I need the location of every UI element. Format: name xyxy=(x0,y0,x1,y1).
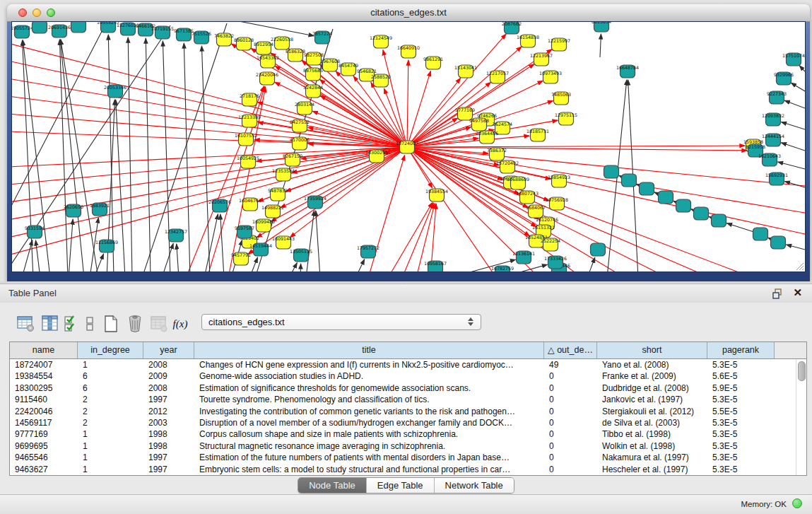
edge-black[interactable] xyxy=(162,243,173,272)
table-row[interactable]: 946362711997Embryonic stem cells: a mode… xyxy=(10,464,806,475)
graph-node[interactable] xyxy=(771,236,786,249)
graph-node[interactable] xyxy=(71,22,86,33)
graph-node[interactable]: 11156869 xyxy=(95,240,118,252)
table-row[interactable]: 969969511998Structural magnetic resonanc… xyxy=(10,440,806,452)
graph-node[interactable]: 2803144 xyxy=(295,102,314,115)
graph-node[interactable] xyxy=(676,199,691,212)
edge-black[interactable] xyxy=(600,34,601,57)
edge-black[interactable] xyxy=(177,244,179,272)
graph-node[interactable]: 12342757 xyxy=(165,229,187,242)
graph-node[interactable]: 12975115 xyxy=(555,112,577,125)
edge-black[interactable] xyxy=(778,162,805,169)
graph-node[interactable] xyxy=(604,165,619,178)
graph-node[interactable]: 10973493 xyxy=(539,71,562,83)
edge-black[interactable] xyxy=(791,83,805,91)
edge-red[interactable] xyxy=(12,78,407,147)
graph-node[interactable]: 16782759 xyxy=(491,266,514,272)
graph-node[interactable]: 9684067 xyxy=(526,205,546,218)
graph-node[interactable]: 2718176 xyxy=(240,93,259,106)
graph-node[interactable] xyxy=(622,174,637,187)
edge-red[interactable] xyxy=(407,81,543,147)
graph-node[interactable] xyxy=(591,243,606,256)
graph-node[interactable]: 8813054 xyxy=(592,22,611,32)
edge-black[interactable] xyxy=(781,122,805,129)
edge-black[interactable] xyxy=(35,240,40,272)
graph-node[interactable]: 9331594 xyxy=(25,226,45,238)
edge-black[interactable] xyxy=(781,143,805,151)
graph-node[interactable]: 19384554 xyxy=(425,189,448,201)
edge-black[interactable] xyxy=(799,66,805,71)
graph-node[interactable]: 9671385 xyxy=(174,28,194,41)
edge-black[interactable] xyxy=(784,100,805,108)
graph-node[interactable]: 9497568 xyxy=(469,118,489,131)
graph-node[interactable]: 16154838 xyxy=(517,35,539,47)
graph-node[interactable]: 8267150 xyxy=(283,153,302,166)
graph-node[interactable] xyxy=(659,191,673,204)
table-row[interactable]: 2242004622012Investigating the contribut… xyxy=(10,406,806,417)
graph-node[interactable]: 8427552 xyxy=(290,119,310,132)
delete-row-icon[interactable] xyxy=(123,312,147,336)
graph-node[interactable]: 22260538 xyxy=(271,37,293,49)
edge-red[interactable] xyxy=(407,78,461,147)
memory-status-indicator-icon[interactable] xyxy=(792,498,802,508)
graph-node[interactable]: 1883921 xyxy=(90,203,110,216)
graph-node[interactable]: 2588520 xyxy=(371,74,391,87)
graph-node[interactable]: 7386372 xyxy=(487,148,507,160)
graph-node[interactable]: 12353584 xyxy=(272,168,295,181)
select-columns-icon[interactable] xyxy=(62,312,81,336)
graph-node[interactable] xyxy=(712,214,726,227)
graph-node[interactable]: 9227343 xyxy=(767,91,787,104)
edge-red[interactable] xyxy=(12,114,407,147)
graph-node[interactable]: 16640910 xyxy=(397,45,420,58)
edge-black[interactable] xyxy=(316,211,320,272)
table-row[interactable]: 911546021997Tourette syndrome. Phenomeno… xyxy=(10,394,806,405)
edge-black[interactable] xyxy=(69,219,73,272)
tab-node-table[interactable]: Node Table xyxy=(298,478,367,493)
graph-node[interactable]: 16107552 xyxy=(235,133,257,146)
edge-black[interactable] xyxy=(128,37,132,272)
edge-black[interactable] xyxy=(587,257,595,272)
graph-node[interactable]: 8912954 xyxy=(254,42,273,54)
edge-red[interactable] xyxy=(257,102,407,147)
edge-black[interactable] xyxy=(249,257,258,272)
edge-black[interactable] xyxy=(94,254,104,272)
edge-red[interactable] xyxy=(407,147,747,151)
graph-node[interactable]: 14519444 xyxy=(249,243,272,256)
edge-red[interactable] xyxy=(407,60,408,147)
edge-black[interactable] xyxy=(289,263,297,272)
edge-black[interactable] xyxy=(146,38,151,272)
tab-edge-table[interactable]: Edge Table xyxy=(367,478,435,493)
graph-node[interactable]: 7515526 xyxy=(192,31,211,44)
table-row[interactable]: 1456911722003Disruption of a novel membe… xyxy=(10,417,806,428)
graph-node[interactable]: 12215997 xyxy=(548,38,570,51)
graph-node[interactable]: 7463822 xyxy=(214,33,234,46)
tab-network-table[interactable]: Network Table xyxy=(435,478,514,493)
column-header-short[interactable]: short xyxy=(597,342,707,358)
scrollbar-thumb[interactable] xyxy=(798,361,806,381)
graph-node[interactable]: 5487833 xyxy=(268,188,288,201)
table-row[interactable]: 977716911998Corpus callosum shape and si… xyxy=(10,428,806,440)
edge-red[interactable] xyxy=(12,43,407,147)
graph-node[interactable]: 16091443 xyxy=(272,236,295,249)
edge-red[interactable] xyxy=(312,111,407,147)
graph-node[interactable]: 2620650 xyxy=(64,204,83,217)
new-table-icon[interactable] xyxy=(99,312,123,336)
graph-node[interactable]: 12124549 xyxy=(370,35,392,48)
function-builder-icon[interactable]: f(x) xyxy=(171,312,189,336)
edge-red[interactable] xyxy=(407,146,745,147)
graph-node[interactable] xyxy=(640,182,654,195)
network-window-titlebar[interactable]: citations_edges.txt xyxy=(7,4,810,22)
graph-node[interactable]: 7485063 xyxy=(551,92,571,105)
edge-black[interactable] xyxy=(300,264,301,272)
close-panel-icon[interactable]: ✕ xyxy=(793,286,802,299)
graph-node[interactable]: 2087682 xyxy=(502,22,522,34)
graph-node[interactable]: 9861291 xyxy=(423,57,443,69)
show-columns-icon[interactable] xyxy=(38,312,62,336)
graph-node[interactable]: 20364486 xyxy=(476,131,498,144)
column-header-title[interactable]: title xyxy=(194,342,544,358)
edge-black[interactable] xyxy=(201,46,210,272)
graph-node[interactable]: 2967608 xyxy=(320,59,340,71)
graph-node[interactable]: 10958167 xyxy=(424,261,447,272)
graph-node[interactable]: 9597587 xyxy=(235,226,254,238)
column-header-pagerank[interactable]: pagerank xyxy=(707,342,775,358)
